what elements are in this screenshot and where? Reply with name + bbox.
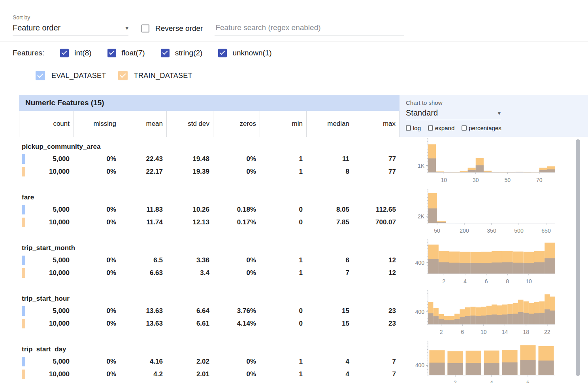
chart-option-log[interactable]: log [406,125,421,131]
stat-mean: 6.63 [120,267,166,279]
dropdown-arrow-icon: ▾ [125,25,128,31]
stat-count: 10,000 [19,216,73,229]
feature-type-filter-bar: Features: int(8)float(7)string(2)unknown… [0,42,588,64]
stat-mean: 4.16 [120,355,166,368]
histogram-fare: 2K50200350500650 [400,188,588,238]
chart-option-label: log [413,125,421,131]
stat-row-eval: 5,0000%11.8310.260.18%08.05112.65 [19,203,400,216]
sort-by-select[interactable]: Feature order ▾ [13,23,128,36]
stat-missing: 0% [73,203,120,216]
chart-option-expand[interactable]: expand [428,125,454,131]
stat-std-dev: 3.36 [166,254,213,267]
stat-zeros: 0.18% [213,203,260,216]
reverse-order-toggle[interactable]: Reverse order [141,24,203,36]
svg-text:500: 500 [514,228,524,234]
dataset-toggle-train[interactable]: TRAIN_DATASET [118,71,192,80]
log-checkbox[interactable] [406,125,411,131]
chart-option-percentages[interactable]: percentages [462,125,501,131]
stat-count: 10,000 [19,317,73,330]
dataset-legend: EVAL_DATASETTRAIN_DATASET [0,64,588,95]
svg-text:8: 8 [506,278,509,284]
feature-type-filter-float[interactable]: float(7) [107,49,145,57]
checkbox-checked-icon[interactable] [60,49,69,57]
stat-count: 10,000 [19,368,73,381]
stat-row-train: 10,0000%22.1719.390%1877 [19,165,400,178]
svg-text:10: 10 [481,329,487,335]
chart-option-label: expand [435,125,454,131]
stat-median: 7.85 [306,216,353,229]
stat-std-dev: 10.26 [166,203,213,216]
svg-text:70: 70 [536,177,543,183]
stat-median: 6 [306,254,353,267]
eval-checkbox-icon[interactable] [36,71,45,80]
svg-text:6: 6 [461,329,464,335]
feature-type-filter-string[interactable]: string(2) [161,49,203,57]
stat-count: 10,000 [19,267,73,279]
checkbox-checked-icon[interactable] [107,49,116,57]
stat-min: 1 [260,254,306,267]
feature-block-trip_start_hour: trip_start_hour5,0000%13.636.643.76%0152… [19,289,400,339]
eval-marker [22,154,25,164]
svg-text:4: 4 [464,278,467,284]
svg-text:2: 2 [454,379,457,383]
stat-median: 4 [306,355,353,368]
stat-count: 5,000 [19,355,73,368]
svg-text:30: 30 [473,177,479,183]
svg-text:2: 2 [440,329,443,335]
svg-text:400: 400 [415,309,425,315]
feature-type-filter-int[interactable]: int(8) [60,49,91,57]
dataset-label: EVAL_DATASET [51,72,106,80]
stat-max: 23 [353,305,400,317]
stat-row-train: 10,0000%4.22.010%147 [19,368,400,381]
stat-zeros: 0% [213,368,260,381]
toolbar: Sort by Feature order ▾ Reverse order [0,0,588,42]
svg-text:18: 18 [523,329,529,335]
stat-zeros: 3.76% [213,305,260,317]
sort-by-value: Feature order [13,23,60,32]
stat-row-train: 10,0000%11.7412.130.17%07.85700.07 [19,216,400,229]
train-marker [22,167,25,176]
eval-marker [22,357,25,366]
expand-checkbox[interactable] [428,125,433,131]
feature-name: trip_start_month [19,242,400,254]
percentages-checkbox[interactable] [462,125,467,131]
svg-text:2K: 2K [418,213,425,220]
chart-type-select[interactable]: Standard ▾ [406,108,501,120]
stat-median: 7 [306,267,353,279]
stat-count: 5,000 [19,203,73,216]
train-checkbox-icon[interactable] [118,71,128,80]
feature-search-input[interactable] [215,23,404,36]
stat-std-dev: 2.01 [166,368,213,381]
stat-std-dev: 12.13 [166,216,213,229]
vertical-scrollbar[interactable] [576,139,580,376]
svg-text:2: 2 [442,278,445,284]
stat-min: 1 [260,368,306,381]
features-label: Features: [13,49,44,57]
stat-median: 15 [306,317,353,330]
facets-overview-app: Sort by Feature order ▾ Reverse order Fe… [0,0,588,383]
reverse-order-checkbox[interactable] [141,25,149,32]
chart-options: logexpandpercentages [406,125,588,131]
chart-to-show-label: Chart to show [406,99,588,106]
stats-table: Numeric Features (15) countmissingmeanst… [19,95,400,383]
stat-mean: 22.43 [120,153,166,165]
reverse-order-label: Reverse order [155,24,203,33]
stat-median: 11 [306,153,353,165]
stat-zeros: 0% [213,267,260,279]
stat-row-eval: 5,0000%13.636.643.76%01523 [19,305,400,317]
dataset-toggle-eval[interactable]: EVAL_DATASET [36,71,106,80]
svg-text:650: 650 [541,228,551,234]
feature-type-filters: int(8)float(7)string(2)unknown(1) [60,49,287,57]
stat-count: 5,000 [19,305,73,317]
stat-mean: 11.74 [120,216,166,229]
stat-std-dev: 3.4 [166,267,213,279]
checkbox-checked-icon[interactable] [218,49,227,57]
column-header-mean: mean [120,111,166,137]
stat-mean: 6.5 [120,254,166,267]
feature-type-filter-unknown[interactable]: unknown(1) [218,49,271,57]
checkbox-checked-icon[interactable] [161,49,170,57]
stat-missing: 0% [73,317,120,330]
train-marker [22,218,25,227]
stat-missing: 0% [73,368,120,381]
stat-max: 77 [353,165,400,178]
